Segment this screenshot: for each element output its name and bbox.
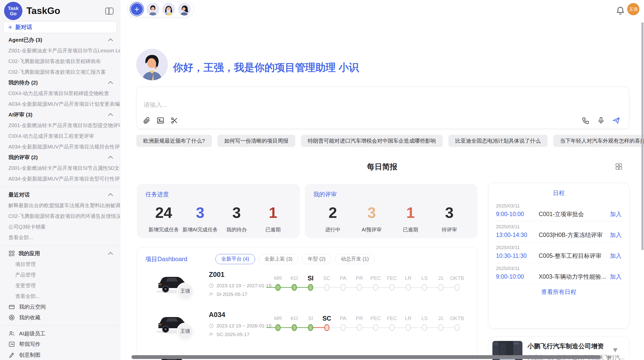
list-item[interactable]: C02-飞腾新能源轻客改款项目里程碑画布 bbox=[0, 56, 120, 67]
project-dashboard-card: 项目Dashboard 全新平台 (4) 全新上装 (3) 年型 (2) 动总开… bbox=[137, 247, 477, 360]
stat-ai-prereview: 3 AI预评审 bbox=[352, 203, 391, 233]
sidebar-item-change-mgmt[interactable]: 变更管理 bbox=[0, 280, 120, 291]
avatar[interactable] bbox=[147, 3, 159, 16]
suggestion-chip[interactable]: 特朗普可能对进口汽车增税会对中国车企造成哪些影响 bbox=[301, 135, 443, 147]
sidebar-item-write-helper[interactable]: 帮我写作 bbox=[0, 339, 120, 350]
vertical-scrollbar[interactable] bbox=[641, 22, 643, 250]
filter-new-body[interactable]: 全新上装 (3) bbox=[259, 254, 298, 264]
project-flag-date: SI-2025-05-17 bbox=[209, 292, 247, 297]
sidebar-item-project-mgmt[interactable]: 项目管理 bbox=[0, 259, 120, 269]
milestone-fec: FEC bbox=[384, 314, 400, 333]
layout-grid-icon[interactable] bbox=[614, 162, 623, 171]
milestone-ls: LS bbox=[416, 274, 433, 293]
scissors-icon[interactable] bbox=[170, 116, 178, 125]
attachment-icon[interactable] bbox=[143, 116, 151, 125]
suggestion-chip[interactable]: 当下年轻人对汽车外观有怎样的喜好趋势 bbox=[553, 135, 644, 147]
chat-input[interactable] bbox=[144, 101, 500, 108]
send-icon[interactable] bbox=[612, 116, 620, 125]
collapse-sidebar-icon[interactable] bbox=[105, 8, 113, 14]
milestone-dot bbox=[422, 284, 427, 291]
sidebar-item-cloud-space[interactable]: 我的云空间 bbox=[0, 302, 120, 312]
list-item[interactable]: C0X4-动力总成开发项目工程变更评审 bbox=[0, 131, 120, 141]
list-item[interactable]: C02-飞腾新能源轻客改款项目的闭环通告反馈情况 bbox=[0, 211, 120, 221]
dashboard-title: 项目Dashboard bbox=[145, 255, 215, 263]
join-link[interactable]: 加入 bbox=[610, 252, 622, 260]
event-name: C005-整车工程目标评审 bbox=[539, 252, 610, 260]
chat-input-card bbox=[136, 87, 629, 129]
list-item[interactable]: A034-全新新能源MUV产品开发项目造型可行性评审 bbox=[0, 173, 120, 184]
flag-icon bbox=[209, 292, 214, 297]
stat-review-overdue: 1 已逾期 bbox=[391, 203, 430, 233]
milestone-dot bbox=[357, 284, 362, 291]
sidebar-item-creative-draw[interactable]: 创意制图 bbox=[0, 350, 120, 360]
app-title: TaskGo bbox=[26, 6, 105, 16]
phone-icon[interactable] bbox=[582, 116, 590, 125]
milestone-dot bbox=[275, 324, 281, 331]
milestone-dot bbox=[455, 284, 460, 291]
list-item[interactable]: 公司Q3轻卡销量 bbox=[0, 221, 120, 232]
milestone-dot bbox=[292, 284, 297, 291]
suggestion-chip[interactable]: 欧洲新规最近颁布了什么? bbox=[136, 135, 212, 147]
filter-new-platform[interactable]: 全新平台 (4) bbox=[215, 254, 255, 264]
task-progress-card: 任务进度 24 新增完成任务 3 新增AI完成任务 3 我的待办 1 已逾期 bbox=[137, 184, 300, 238]
project-row[interactable]: 王强 A034 2023-12-19 ~ 2026-01-19 SC-2025-… bbox=[137, 307, 477, 348]
suggestion-chip[interactable]: 如何写一份清晰的项目周报 bbox=[217, 135, 295, 147]
project-row[interactable]: 王强 Z001 2023-12-19 ~ 2027-01-19 SI-2025-… bbox=[137, 267, 477, 307]
list-item[interactable]: A034-全新新能源MUV产品开发项目法规符合性评审 bbox=[0, 141, 120, 152]
project-code: Z001 bbox=[209, 271, 225, 279]
notification-bell-icon[interactable] bbox=[616, 6, 626, 16]
filter-year-model[interactable]: 年型 (2) bbox=[302, 254, 331, 264]
input-tools-right bbox=[582, 116, 620, 125]
sidebar-item-ai-employee[interactable]: AI超级员工 bbox=[0, 328, 120, 339]
milestone-pr: PR bbox=[351, 274, 368, 293]
suggestion-chip[interactable]: 比亚迪全固态电池计划具体说了什么 bbox=[448, 135, 548, 147]
schedule-item: 2025/03/11 13:00-14:30 C003|H0B-方案冻结评审 加… bbox=[496, 221, 622, 242]
section-ai-review[interactable]: AI评审 (3) bbox=[0, 109, 120, 120]
horizontal-scrollbar[interactable] bbox=[131, 355, 601, 359]
image-icon[interactable] bbox=[156, 116, 165, 125]
milestone-lr: LR bbox=[400, 274, 416, 293]
scroll-right-arrow-icon[interactable] bbox=[608, 355, 612, 359]
view-all-schedule[interactable]: 查看所有日程 bbox=[496, 288, 622, 296]
sidebar: Task Go TaskGo + 新对话 Agent已办 (3) Z001-全新… bbox=[0, 0, 120, 360]
milestone-dot bbox=[324, 324, 330, 331]
join-link[interactable]: 加入 bbox=[610, 231, 622, 239]
write-icon bbox=[8, 341, 15, 348]
filter-powertrain[interactable]: 动总开发 (1) bbox=[335, 254, 375, 264]
section-recent-chats[interactable]: 最近对话 bbox=[0, 189, 120, 200]
event-time: 10:30-11:30 bbox=[496, 252, 539, 259]
list-item[interactable]: A034-全新新能源MUV产品开发项目计划变更表编写 bbox=[0, 99, 120, 109]
sidebar-item-favorites[interactable]: 我的收藏 bbox=[0, 312, 120, 323]
scroll-down-arrow-icon[interactable] bbox=[613, 348, 618, 352]
divider bbox=[0, 325, 120, 326]
milestone-j1: J1 bbox=[433, 314, 449, 333]
join-link[interactable]: 加入 bbox=[610, 273, 622, 281]
section-agent-done[interactable]: Agent已办 (3) bbox=[0, 35, 120, 45]
project-owner-badge: 王强 bbox=[177, 282, 194, 300]
list-item[interactable]: Z001-全新燃油轻卡产品开发项目SI节点属性5D文件评审 bbox=[0, 163, 120, 173]
avatar[interactable] bbox=[162, 3, 175, 16]
list-item[interactable]: 解释最新出台的欧盟报废车法规再生塑料比例被调至15%... bbox=[0, 200, 120, 211]
milestone-pec: PEC bbox=[368, 314, 384, 333]
new-chat-button[interactable]: + 新对话 bbox=[3, 21, 117, 33]
list-item[interactable]: C02-飞腾新能源轻客改款项目立项汇报方案 bbox=[0, 67, 120, 77]
user-avatar[interactable]: 王强 bbox=[627, 3, 639, 15]
sidebar-item-product-mgmt[interactable]: 产品管理 bbox=[0, 269, 120, 280]
milestone-dot bbox=[455, 324, 460, 331]
list-item[interactable]: Z001-全新燃油皮卡产品开发项目SI节点Lesson Learn报告 bbox=[0, 45, 120, 56]
join-link[interactable]: 加入 bbox=[610, 210, 622, 218]
section-my-todo[interactable]: 我的待办 (2) bbox=[0, 77, 120, 88]
view-all-apps[interactable]: 查看全部... bbox=[0, 291, 120, 302]
section-my-apps[interactable]: 我的应用 bbox=[0, 248, 120, 259]
view-all-chats[interactable]: 查看全部... bbox=[0, 232, 120, 243]
list-item[interactable]: Z001-全新燃油轻卡产品开发项目SI造型提交物评审 bbox=[0, 120, 120, 131]
microphone-icon[interactable] bbox=[597, 116, 605, 125]
add-agent-button[interactable]: + bbox=[130, 3, 143, 16]
section-my-review[interactable]: 我的评审 (2) bbox=[0, 152, 120, 163]
avatar[interactable] bbox=[178, 3, 191, 16]
stat-new-ai-done: 3 新增AI完成任务 bbox=[182, 203, 218, 233]
project-dates: 2023-12-19 ~ 2026-01-19 bbox=[209, 323, 271, 329]
milestone-sc: SC bbox=[319, 274, 335, 293]
milestone-pa: PA bbox=[335, 274, 351, 293]
list-item[interactable]: C0X4-动力总成开发项目SI里程碑提交物检查 bbox=[0, 88, 120, 99]
